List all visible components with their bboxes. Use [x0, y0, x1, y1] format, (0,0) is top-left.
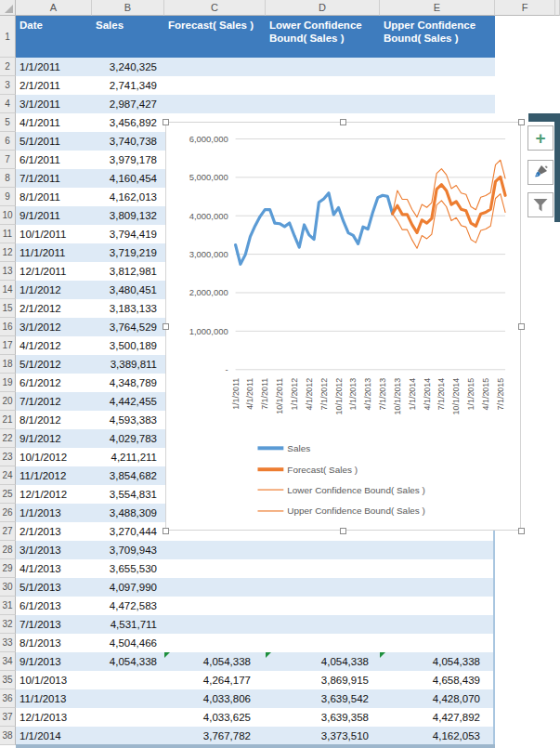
series-sales[interactable]: [236, 193, 393, 265]
cell-E4[interactable]: [380, 95, 495, 113]
cell-B37[interactable]: [92, 708, 164, 727]
row-header-37[interactable]: 37: [0, 708, 16, 727]
cell-C31[interactable]: [164, 597, 266, 615]
x-axis-tick-label[interactable]: 4/1/2014: [423, 378, 432, 411]
cell-A30[interactable]: 5/1/2013: [16, 578, 92, 597]
cell-A27[interactable]: 2/1/2013: [16, 522, 92, 541]
cell-A18[interactable]: 5/1/2012: [16, 355, 92, 374]
row-header-25[interactable]: 25: [0, 485, 16, 504]
column-header-D[interactable]: D: [266, 0, 380, 16]
cell-A26[interactable]: 1/1/2013: [16, 504, 92, 522]
selection-handle[interactable]: [518, 528, 525, 534]
cell-B3[interactable]: 2,741,349: [92, 76, 164, 95]
x-axis-tick-label[interactable]: 10/1/2013: [393, 378, 402, 415]
cell-A21[interactable]: 8/1/2012: [16, 411, 92, 429]
x-axis-tick-label[interactable]: 4/1/2012: [305, 378, 314, 411]
cell-B28[interactable]: 3,709,943: [92, 541, 164, 559]
row-header-14[interactable]: 14: [0, 281, 16, 299]
row-header-15[interactable]: 15: [0, 299, 16, 318]
table-header-upper[interactable]: Upper Confidence Bound( Sales ): [380, 16, 495, 58]
cell-D32[interactable]: [266, 615, 380, 634]
row-header-17[interactable]: 17: [0, 336, 16, 355]
cell-B27[interactable]: 3,270,444: [92, 522, 164, 541]
row-header-21[interactable]: 21: [0, 411, 16, 429]
cell-B23[interactable]: 4,211,211: [92, 448, 164, 466]
y-axis-tick-label[interactable]: 5,000,000: [189, 172, 228, 182]
y-axis-tick-label[interactable]: 6,000,000: [189, 134, 228, 144]
column-header-A[interactable]: A: [16, 0, 92, 16]
cell-B38[interactable]: [92, 727, 164, 745]
cell-B2[interactable]: 3,240,325: [92, 58, 164, 76]
cell-B20[interactable]: 4,442,455: [92, 392, 164, 411]
cell-B19[interactable]: 4,348,789: [92, 374, 164, 392]
cell-D2[interactable]: [266, 58, 380, 76]
cell-B33[interactable]: 4,504,466: [92, 634, 164, 652]
cell-B24[interactable]: 3,854,682: [92, 466, 164, 485]
cell-B13[interactable]: 3,812,981: [92, 262, 164, 281]
table-header-forecast[interactable]: Forecast( Sales ): [164, 16, 266, 58]
cell-B7[interactable]: 3,979,178: [92, 151, 164, 169]
row-header-8[interactable]: 8: [0, 169, 16, 188]
cell-B18[interactable]: 3,389,811: [92, 355, 164, 374]
selection-handle[interactable]: [340, 528, 346, 534]
legend-label[interactable]: Forecast( Sales ): [287, 465, 358, 475]
cell-C29[interactable]: [164, 559, 266, 578]
x-axis-tick-label[interactable]: 4/1/2015: [481, 378, 490, 411]
row-header-18[interactable]: 18: [0, 355, 16, 374]
cell-A31[interactable]: 6/1/2013: [16, 597, 92, 615]
cell-C28[interactable]: [164, 541, 266, 559]
cell-A11[interactable]: 10/1/2011: [16, 225, 92, 243]
cell-A4[interactable]: 3/1/2011: [16, 95, 92, 113]
selection-handle[interactable]: [518, 323, 525, 330]
x-axis-tick-label[interactable]: 7/1/2015: [496, 378, 505, 411]
cell-A14[interactable]: 1/1/2012: [16, 281, 92, 299]
cell-C2[interactable]: [164, 58, 266, 76]
cell-B25[interactable]: 3,554,831: [92, 485, 164, 504]
cell-B11[interactable]: 3,794,419: [92, 225, 164, 243]
cell-B12[interactable]: 3,719,219: [92, 243, 164, 262]
table-header-sales[interactable]: Sales: [92, 16, 164, 58]
cell-E38[interactable]: 4,162,053: [380, 727, 495, 745]
row-header-23[interactable]: 23: [0, 448, 16, 466]
cell-A10[interactable]: 9/1/2011: [16, 206, 92, 225]
row-header-38[interactable]: 38: [0, 727, 16, 745]
cell-E28[interactable]: [380, 541, 495, 559]
selection-handle[interactable]: [163, 119, 169, 125]
cell-D3[interactable]: [266, 76, 380, 95]
cell-A22[interactable]: 9/1/2012: [16, 429, 92, 448]
row-header-5[interactable]: 5: [0, 113, 16, 132]
row-header-26[interactable]: 26: [0, 504, 16, 522]
cell-E34[interactable]: 4,054,338: [380, 652, 495, 671]
cell-D31[interactable]: [266, 597, 380, 615]
x-axis-tick-label[interactable]: 1/1/2014: [408, 378, 417, 411]
x-axis-tick-label[interactable]: 1/1/2011: [231, 378, 241, 410]
cell-A23[interactable]: 10/1/2012: [16, 448, 92, 466]
forecast-chart[interactable]: 6,000,0005,000,0004,000,0003,000,0002,00…: [165, 122, 521, 531]
cell-C4[interactable]: [164, 95, 266, 113]
row-header-20[interactable]: 20: [0, 392, 16, 411]
cell-B35[interactable]: [92, 671, 164, 689]
cell-E36[interactable]: 4,428,070: [380, 689, 495, 708]
y-axis-tick-label[interactable]: 1,000,000: [189, 326, 228, 336]
cell-C32[interactable]: [164, 615, 266, 634]
cell-A12[interactable]: 11/1/2011: [16, 243, 92, 262]
cell-A37[interactable]: 12/1/2013: [16, 708, 92, 727]
cell-B30[interactable]: 4,097,990: [92, 578, 164, 597]
row-header-3[interactable]: 3: [0, 76, 16, 95]
chart-styles-button[interactable]: [527, 160, 553, 185]
cell-E29[interactable]: [380, 559, 495, 578]
x-axis-tick-label[interactable]: 4/1/2011: [245, 378, 254, 410]
cell-C38[interactable]: 3,767,782: [164, 727, 266, 745]
cell-B34[interactable]: 4,054,338: [92, 652, 164, 671]
row-header-4[interactable]: 4: [0, 95, 16, 113]
cell-B16[interactable]: 3,764,529: [92, 318, 164, 336]
x-axis-tick-label[interactable]: 1/1/2015: [466, 378, 475, 411]
cell-D30[interactable]: [266, 578, 380, 597]
row-header-9[interactable]: 9: [0, 188, 16, 206]
selection-handle[interactable]: [163, 528, 169, 534]
legend-label[interactable]: Upper Confidence Bound( Sales ): [287, 505, 425, 516]
cell-C37[interactable]: 4,033,625: [164, 708, 266, 727]
cell-B31[interactable]: 4,472,583: [92, 597, 164, 615]
x-axis-tick-label[interactable]: 10/1/2011: [275, 378, 284, 414]
x-axis-tick-label[interactable]: 1/1/2012: [290, 378, 299, 411]
